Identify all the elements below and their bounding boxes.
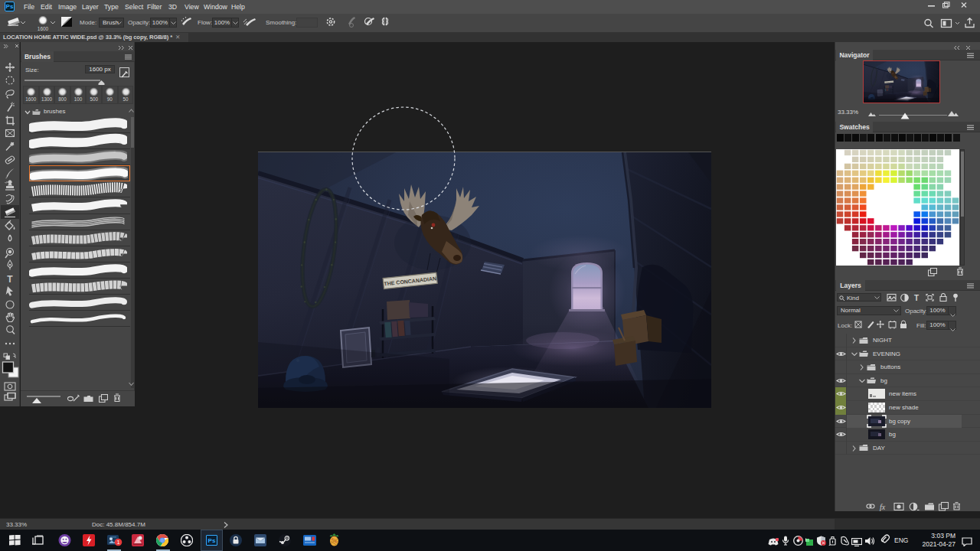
svg-text:1600: 1600: [38, 26, 49, 31]
svg-text:fx: fx: [880, 503, 886, 511]
svg-text:T: T: [914, 294, 919, 302]
svg-text:T: T: [7, 274, 13, 285]
svg-text:1: 1: [116, 539, 119, 546]
